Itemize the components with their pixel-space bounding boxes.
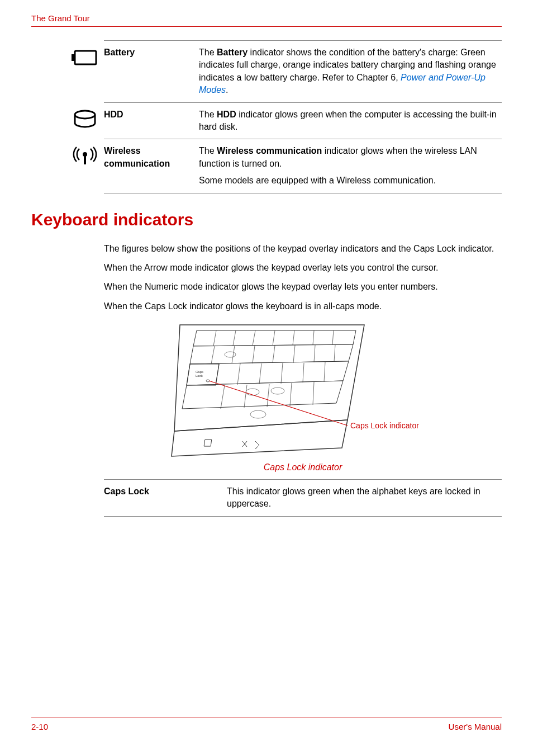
svg-text:Caps: Caps [196, 370, 203, 374]
term-label: Wireless communication [104, 146, 170, 168]
page-footer: 2-10 User's Manual [31, 717, 502, 731]
content-area: Battery The Battery indicator shows the … [104, 40, 502, 193]
figure-caption: Caps Lock indicator [264, 462, 342, 472]
bold-term: HDD [217, 110, 236, 119]
table-row: Caps Lock This indicator glows green whe… [104, 480, 502, 517]
svg-rect-43 [204, 440, 212, 446]
body-para: When the Numeric mode indicator glows th… [104, 281, 502, 293]
svg-text:Lock: Lock [196, 374, 203, 377]
body-para: When the Arrow mode indicator glows the … [104, 262, 502, 274]
text-fragment: Some models are equipped with a Wireless… [199, 174, 498, 187]
caps-lock-figure-svg: Caps Lock Caps Lock indicator [169, 319, 437, 459]
svg-rect-1 [72, 54, 75, 61]
bold-term: Battery [217, 48, 248, 57]
indicator-table: Battery The Battery indicator shows the … [104, 40, 502, 193]
text-fragment: The [199, 110, 217, 119]
page-header: The Grand Tour [31, 13, 502, 23]
bold-term: Wireless communication [217, 146, 322, 155]
desc-hdd: The HDD indicator glows green when the c… [199, 102, 502, 139]
figure-label-text: Caps Lock indicator [350, 421, 419, 430]
desc-caps-lock: This indicator glows green when the alph… [227, 480, 502, 517]
section-content: The figures below show the positions of … [104, 243, 502, 517]
text-fragment: The [199, 146, 217, 155]
header-rule [31, 26, 502, 27]
text-fragment: The [199, 48, 217, 57]
text-fragment: . [226, 85, 228, 94]
body-para: The figures below show the positions of … [104, 243, 502, 255]
body-para: When the Caps Lock indicator glows the k… [104, 300, 502, 313]
section-heading-keyboard: Keyboard indicators [31, 210, 502, 229]
battery-icon [70, 44, 99, 71]
hdd-icon [70, 106, 99, 133]
table-row: Wireless communication The Wireless comm… [104, 139, 502, 193]
table-row: Battery The Battery indicator shows the … [104, 41, 502, 103]
term-hdd: HDD [104, 102, 199, 139]
svg-point-2 [75, 111, 95, 119]
page-number: 2-10 [31, 722, 48, 731]
figure-caps-lock: Caps Lock Caps Lock indicator Cap [104, 319, 502, 472]
term-label: Battery [104, 48, 135, 57]
table-row: HDD The HDD indicator glows green when t… [104, 102, 502, 139]
desc-wireless: The Wireless communication indicator glo… [199, 139, 502, 193]
svg-rect-0 [75, 51, 96, 64]
term-label: HDD [104, 110, 123, 119]
doc-title: User's Manual [449, 722, 502, 731]
term-wireless: Wireless communication [104, 139, 199, 193]
footer-rule [31, 717, 502, 717]
desc-battery: The Battery indicator shows the conditio… [199, 41, 502, 103]
caps-lock-table: Caps Lock This indicator glows green whe… [104, 479, 502, 517]
text-fragment: indicator glows green when the computer … [199, 110, 497, 131]
term-battery: Battery [104, 41, 199, 103]
term-caps-lock: Caps Lock [104, 480, 227, 517]
wireless-icon [70, 143, 99, 169]
